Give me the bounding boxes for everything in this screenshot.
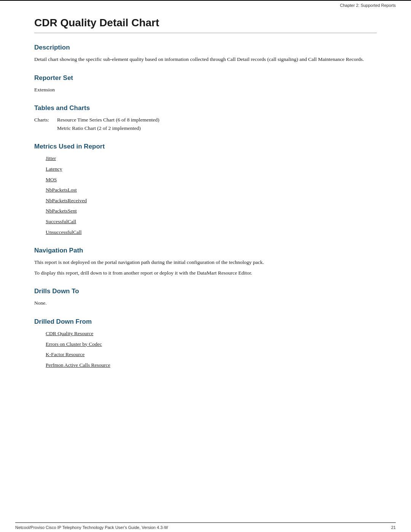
footer-content: Netcool/Proviso Cisco IP Telephony Techn… xyxy=(0,523,411,532)
section-drilled-down-from: Drilled Down From CDR Quality Resource E… xyxy=(34,318,377,369)
drilled-down-from-heading: Drilled Down From xyxy=(34,318,377,326)
metric-unsuccessfulcall[interactable]: UnsuccessfulCall xyxy=(46,229,81,235)
description-text: Detail chart showing the specific sub-el… xyxy=(34,55,377,64)
list-item: NbPacketsLost xyxy=(46,186,377,194)
footer-left: Netcool/Proviso Cisco IP Telephony Techn… xyxy=(15,525,168,530)
page-footer: Netcool/Proviso Cisco IP Telephony Techn… xyxy=(0,522,411,532)
navigation-path-text1: This report is not deployed on the porta… xyxy=(34,258,377,267)
section-metrics: Metrics Used in Report Jitter Latency MO… xyxy=(34,143,377,236)
metric-jitter[interactable]: Jitter xyxy=(46,155,56,161)
metrics-list: Jitter Latency MOS NbPacketsLost NbPacke… xyxy=(46,154,377,236)
metric-nbpacketslost[interactable]: NbPacketsLost xyxy=(46,187,77,193)
metric-successfulcall[interactable]: SuccessfulCall xyxy=(46,219,76,224)
list-item: Perfmon Active Calls Resource xyxy=(46,361,377,369)
list-item: NbPacketsReceived xyxy=(46,197,377,205)
list-item: Latency xyxy=(46,165,377,173)
charts-label: Charts: xyxy=(34,116,57,124)
drilled-kfactor[interactable]: K-Factor Resource xyxy=(46,351,84,357)
list-item: SuccessfulCall xyxy=(46,217,377,226)
drills-down-to-heading: Drills Down To xyxy=(34,288,377,295)
list-item: MOS xyxy=(46,176,377,184)
charts-table: Charts: Resource Time Series Chart (6 of… xyxy=(34,116,377,132)
list-item: Errors on Cluster by Codec xyxy=(46,340,377,348)
drilled-cdr-quality[interactable]: CDR Quality Resource xyxy=(46,331,93,336)
navigation-path-heading: Navigation Path xyxy=(34,247,377,254)
page-content: CDR Quality Detail Chart Description Det… xyxy=(0,9,411,403)
list-item: Jitter xyxy=(46,154,377,163)
section-tables-charts: Tables and Charts Charts: Resource Time … xyxy=(34,104,377,132)
footer-right: 21 xyxy=(391,525,396,530)
navigation-path-text2: To display this report, drill down to it… xyxy=(34,269,377,277)
tables-charts-heading: Tables and Charts xyxy=(34,104,377,112)
charts-row-1: Charts: Resource Time Series Chart (6 of… xyxy=(34,116,377,124)
description-body: Detail chart showing the specific sub-el… xyxy=(34,55,377,64)
list-item: NbPacketsSent xyxy=(46,207,377,215)
metric-nbpacketssent[interactable]: NbPacketsSent xyxy=(46,208,77,214)
drilled-perfmon[interactable]: Perfmon Active Calls Resource xyxy=(46,362,110,368)
page-title: CDR Quality Detail Chart xyxy=(34,17,377,33)
drills-down-to-body: None. xyxy=(34,299,377,307)
reporter-set-text: Extension xyxy=(34,86,377,94)
charts-item-1: Resource Time Series Chart (6 of 8 imple… xyxy=(57,116,377,124)
navigation-path-body: This report is not deployed on the porta… xyxy=(34,258,377,277)
metrics-heading: Metrics Used in Report xyxy=(34,143,377,150)
section-drills-down-to: Drills Down To None. xyxy=(34,288,377,307)
section-description: Description Detail chart showing the spe… xyxy=(34,44,377,64)
chapter-label: Chapter 2: Supported Reports xyxy=(340,3,396,8)
list-item: K-Factor Resource xyxy=(46,350,377,359)
metrics-body: Jitter Latency MOS NbPacketsLost NbPacke… xyxy=(34,154,377,236)
metric-nbpacketsreceived[interactable]: NbPacketsReceived xyxy=(46,198,87,203)
section-reporter-set: Reporter Set Extension xyxy=(34,74,377,94)
metric-latency[interactable]: Latency xyxy=(46,166,62,172)
list-item: UnsuccessfulCall xyxy=(46,228,377,236)
drilled-down-from-body: CDR Quality Resource Errors on Cluster b… xyxy=(34,329,377,369)
description-heading: Description xyxy=(34,44,377,51)
reporter-set-heading: Reporter Set xyxy=(34,74,377,82)
drilled-down-list: CDR Quality Resource Errors on Cluster b… xyxy=(46,329,377,369)
metric-mos[interactable]: MOS xyxy=(46,177,57,182)
section-navigation-path: Navigation Path This report is not deplo… xyxy=(34,247,377,277)
list-item: CDR Quality Resource xyxy=(46,329,377,338)
charts-label-empty xyxy=(34,124,57,133)
drilled-errors-cluster[interactable]: Errors on Cluster by Codec xyxy=(46,341,102,347)
reporter-set-body: Extension xyxy=(34,86,377,94)
tables-charts-body: Charts: Resource Time Series Chart (6 of… xyxy=(34,116,377,132)
drills-down-to-text: None. xyxy=(34,299,377,307)
charts-row-2: Metric Ratio Chart (2 of 2 implemented) xyxy=(34,124,377,133)
header-bar: Chapter 2: Supported Reports xyxy=(0,1,411,9)
charts-item-2: Metric Ratio Chart (2 of 2 implemented) xyxy=(57,124,377,133)
